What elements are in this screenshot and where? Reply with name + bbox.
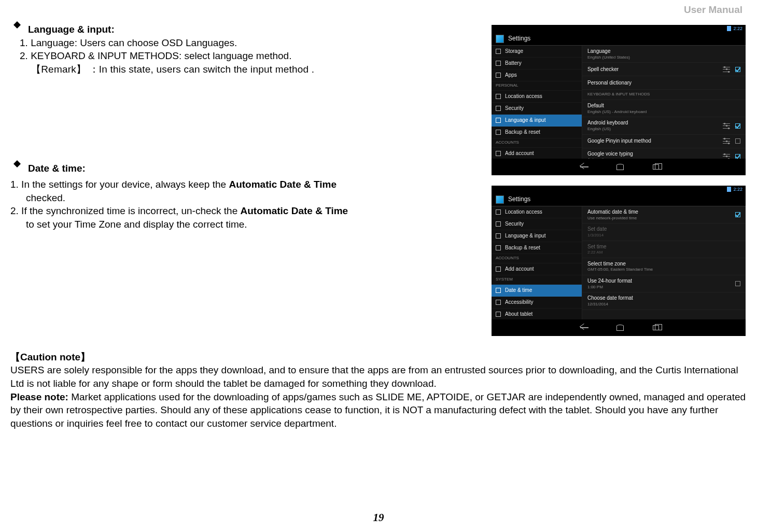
panel-row-set-time: Set time 2:22 AM bbox=[582, 241, 746, 258]
status-time: 2:22 bbox=[733, 25, 742, 32]
panel-row-google-voice-typing[interactable]: Google voice typing Automatic bbox=[582, 148, 746, 159]
sidebar-category-accounts: ACCOUNTS bbox=[492, 138, 582, 148]
panel-row-date-format[interactable]: Choose date format 12/31/2014 bbox=[582, 292, 746, 310]
panel-row-language[interactable]: Language English (United States) bbox=[582, 46, 746, 63]
panel-row-title: Android keyboard bbox=[587, 119, 740, 127]
sidebar-item-label: Accessibility bbox=[505, 299, 533, 306]
nav-home-icon[interactable] bbox=[616, 325, 624, 331]
sidebar-item-accessibility[interactable]: Accessibility bbox=[492, 297, 582, 309]
sidebar-item-about-tablet[interactable]: About tablet bbox=[492, 309, 582, 319]
sliders-icon[interactable] bbox=[723, 154, 730, 159]
sliders-icon[interactable] bbox=[723, 123, 730, 129]
numeral-2: 2. bbox=[20, 50, 31, 61]
settings-title: Settings bbox=[508, 195, 530, 203]
checkbox-icon[interactable] bbox=[735, 67, 740, 72]
sidebar-category-system: SYSTEM bbox=[492, 275, 582, 285]
checkbox-icon[interactable] bbox=[735, 281, 740, 286]
sidebar-item-label: Language & input bbox=[505, 117, 545, 124]
sidebar-item-language-input[interactable]: Language & input bbox=[492, 115, 582, 127]
sliders-icon[interactable] bbox=[723, 138, 730, 144]
colon: : bbox=[82, 163, 86, 174]
panel-row-subtitle: English (United States) bbox=[587, 55, 740, 61]
sidebar-item-battery[interactable]: Battery bbox=[492, 58, 582, 69]
settings-title: Settings bbox=[508, 34, 530, 43]
lang-item-2-text: KEYBOARD & INPUT METHODS: select languag… bbox=[31, 50, 291, 61]
sidebar-item-location[interactable]: Location access bbox=[492, 91, 582, 103]
apps-icon bbox=[496, 73, 501, 78]
lock-icon bbox=[496, 106, 501, 111]
panel-row-personal-dictionary[interactable]: Personal dictionary bbox=[582, 76, 746, 90]
lock-icon bbox=[496, 221, 501, 227]
sidebar-item-label: Apps bbox=[505, 72, 517, 79]
colon: : bbox=[111, 24, 114, 35]
sidebar-item-date-time[interactable]: Date & time bbox=[492, 285, 582, 297]
settings-split: Location access Security Language & inpu… bbox=[492, 206, 746, 319]
settings-app-icon bbox=[496, 35, 504, 43]
checkbox-icon[interactable] bbox=[735, 138, 740, 144]
panel-row-subtitle: 12/31/2014 bbox=[587, 302, 740, 307]
panel-row-google-pinyin[interactable]: Google Pinyin input method bbox=[582, 135, 746, 148]
sidebar-item-security[interactable]: Security bbox=[492, 103, 582, 115]
caution-para-2: Please note: Market applications used fo… bbox=[10, 390, 747, 430]
nav-back-icon[interactable] bbox=[578, 324, 587, 331]
sidebar-item-label: Security bbox=[505, 105, 524, 112]
settings-sidebar: Storage Battery Apps PERSONAL Location a… bbox=[492, 46, 582, 159]
sidebar-item-label: About tablet bbox=[505, 311, 532, 318]
sidebar-item-storage[interactable]: Storage bbox=[492, 46, 582, 58]
panel-row-android-keyboard[interactable]: Android keyboard English (US) bbox=[582, 117, 746, 134]
panel-row-title: Spell checker bbox=[587, 66, 740, 73]
panel-row-title: Default bbox=[587, 102, 740, 109]
nav-back-icon[interactable] bbox=[578, 163, 587, 171]
settings-split: Storage Battery Apps PERSONAL Location a… bbox=[492, 46, 746, 159]
diamond-bullet-icon bbox=[13, 25, 21, 29]
checkbox-icon[interactable] bbox=[735, 154, 740, 159]
sidebar-item-backup-reset[interactable]: Backup & reset bbox=[492, 242, 582, 254]
sliders-icon[interactable] bbox=[723, 67, 730, 72]
checkbox-icon[interactable] bbox=[735, 212, 740, 217]
panel-row-use-24-hour[interactable]: Use 24-hour format 1:00 PM bbox=[582, 275, 746, 292]
caution-para-1: USERS are solely responsible for the app… bbox=[10, 363, 747, 390]
screenshot-language-input: 2:22 Settings Storage Battery Apps PERSO… bbox=[492, 25, 746, 175]
sidebar-item-add-account[interactable]: Add account bbox=[492, 148, 582, 159]
panel-row-automatic-date-time[interactable]: Automatic date & time Use network-provid… bbox=[582, 206, 746, 223]
lang-heading: Language & input bbox=[28, 24, 111, 35]
date-item-2a: 2. If the synchronized time is incorrect… bbox=[10, 205, 241, 216]
nav-bar bbox=[492, 319, 746, 336]
diamond-bullet-icon bbox=[13, 164, 21, 167]
page-number: 19 bbox=[0, 510, 757, 525]
panel-row-title: Choose date format bbox=[587, 295, 740, 302]
sidebar-item-label: Location access bbox=[505, 208, 542, 216]
sidebar-item-location[interactable]: Location access bbox=[492, 206, 582, 218]
nav-home-icon[interactable] bbox=[616, 164, 624, 170]
panel-row-default[interactable]: Default English (US) - Android keyboard bbox=[582, 100, 746, 117]
status-bar: 2:22 bbox=[492, 25, 746, 32]
caution-heading-text: 【Caution note】 bbox=[10, 352, 90, 362]
battery-icon bbox=[727, 26, 731, 31]
panel-row-title: Set date bbox=[587, 226, 740, 233]
panel-row-subtitle: 2:22 AM bbox=[587, 250, 740, 256]
checkbox-icon[interactable] bbox=[735, 123, 740, 129]
panel-row-title: Select time zone bbox=[587, 260, 740, 268]
backup-icon bbox=[496, 130, 501, 135]
battery-icon bbox=[496, 61, 501, 66]
clock-icon bbox=[496, 288, 501, 293]
location-icon bbox=[496, 94, 501, 99]
sidebar-item-label: Storage bbox=[505, 48, 523, 55]
sidebar-item-apps[interactable]: Apps bbox=[492, 69, 582, 81]
nav-recent-icon[interactable] bbox=[653, 164, 659, 170]
panel-row-select-timezone[interactable]: Select time zone GMT-05:00, Eastern Stan… bbox=[582, 258, 746, 275]
location-icon bbox=[496, 209, 501, 215]
language-icon bbox=[496, 233, 501, 239]
sidebar-item-backup-reset[interactable]: Backup & reset bbox=[492, 127, 582, 138]
panel-row-spell-checker[interactable]: Spell checker bbox=[582, 63, 746, 76]
panel-row-title: Google voice typing bbox=[587, 150, 740, 158]
sidebar-item-label: Backup & reset bbox=[505, 244, 540, 251]
date-item-2-bold: Automatic Date & Time bbox=[241, 205, 348, 216]
sidebar-item-language-input[interactable]: Language & input bbox=[492, 230, 582, 242]
battery-icon bbox=[727, 187, 731, 192]
nav-recent-icon[interactable] bbox=[653, 325, 659, 330]
sidebar-item-security[interactable]: Security bbox=[492, 218, 582, 230]
sidebar-item-add-account[interactable]: Add account bbox=[492, 263, 582, 275]
panel-row-title: Use 24-hour format bbox=[587, 277, 740, 285]
panel-row-subtitle: English (US) bbox=[587, 127, 740, 132]
